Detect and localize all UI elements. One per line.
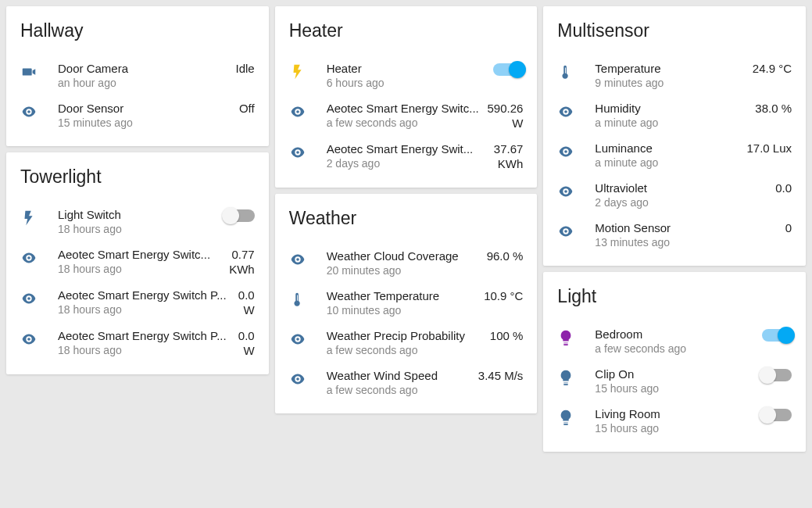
toggle-switch[interactable]	[493, 63, 523, 76]
eye-icon	[289, 103, 306, 120]
entity-row[interactable]: Clip On15 hours ago	[557, 361, 792, 401]
entity-name: Bedroom	[595, 327, 754, 341]
entity-value: 0.0	[775, 181, 792, 195]
entity-value: 0.0	[238, 288, 255, 302]
entity-row[interactable]: Door Sensor15 minutes agoOff	[20, 95, 255, 135]
entity-row[interactable]: Living Room15 hours ago	[557, 401, 792, 441]
entity-row[interactable]: Bedrooma few seconds ago	[557, 321, 792, 361]
eye-icon	[20, 249, 38, 267]
card-title: Light	[557, 286, 792, 307]
entity-row[interactable]: Ultraviolet2 days ago0.0	[557, 175, 792, 215]
eye-icon	[20, 103, 38, 120]
eye-icon	[557, 143, 574, 160]
entity-timestamp: 15 minutes ago	[58, 116, 231, 129]
lightbulb-icon	[557, 329, 574, 346]
card-weather: WeatherWeather Cloud Coverage20 minutes …	[275, 194, 538, 413]
entity-value: 37.67	[494, 142, 524, 156]
entity-name: Clip On	[595, 367, 754, 381]
flash-icon	[289, 63, 306, 80]
entity-name: Motion Sensor	[595, 221, 777, 234]
entity-name: Door Sensor	[58, 102, 231, 115]
card-title: Weather	[289, 208, 524, 229]
entity-timestamp: 10 minutes ago	[327, 304, 476, 317]
entity-row[interactable]: Luminancea minute ago17.0 Lux	[557, 135, 792, 175]
card-title: Towerlight	[20, 166, 255, 188]
entity-timestamp: 18 hours ago	[58, 263, 221, 275]
entity-timestamp: an hour ago	[58, 77, 227, 89]
toggle-switch[interactable]	[762, 329, 792, 342]
entity-name: Heater	[327, 62, 486, 75]
eye-icon	[289, 251, 306, 268]
entity-value: Off	[239, 102, 255, 115]
flash-icon	[20, 209, 38, 227]
toggle-switch[interactable]	[225, 209, 255, 222]
entity-name: Humidity	[595, 102, 747, 115]
entity-value: 3.45 M/s	[478, 369, 524, 382]
entity-unit: W	[487, 116, 523, 130]
entity-value: 0.77	[231, 248, 254, 261]
entity-row[interactable]: Humiditya minute ago38.0 %	[557, 95, 792, 135]
entity-value: 0.0	[238, 329, 255, 342]
entity-timestamp: a minute ago	[595, 156, 739, 169]
camera-icon	[20, 63, 38, 80]
entity-row[interactable]: Weather Wind Speeda few seconds ago3.45 …	[289, 363, 524, 402]
entity-unit: KWh	[494, 157, 524, 170]
entity-unit: KWh	[229, 263, 255, 276]
eye-icon	[557, 183, 574, 200]
card-title: Multisensor	[557, 20, 792, 41]
entity-value: 100 %	[490, 329, 524, 342]
entity-row[interactable]: Light Switch18 hours ago	[20, 202, 255, 241]
eye-icon	[289, 331, 306, 348]
entity-row[interactable]: Aeotec Smart Energy Switch P...18 hours …	[20, 282, 255, 323]
entity-row[interactable]: Temperature9 minutes ago24.9 °C	[557, 55, 792, 95]
entity-name: Temperature	[595, 62, 744, 75]
entity-name: Ultraviolet	[595, 181, 767, 195]
entity-row[interactable]: Heater6 hours ago	[289, 55, 524, 95]
entity-timestamp: 2 days ago	[327, 157, 486, 170]
thermometer-icon	[557, 63, 574, 80]
entity-unit: W	[238, 303, 255, 317]
entity-row[interactable]: Aeotec Smart Energy Switc...a few second…	[289, 95, 524, 136]
entity-row[interactable]: Motion Sensor13 minutes ago0	[557, 215, 792, 255]
eye-icon	[557, 103, 574, 120]
card-hallway: HallwayDoor Cameraan hour agoIdleDoor Se…	[6, 6, 269, 146]
entity-timestamp: 20 minutes ago	[327, 264, 479, 277]
lightbulb-icon	[557, 409, 574, 426]
entity-timestamp: 18 hours ago	[58, 303, 231, 316]
entity-row[interactable]: Weather Temperature10 minutes ago10.9 °C	[289, 283, 524, 323]
toggle-switch[interactable]	[762, 409, 792, 421]
entity-value: 38.0 %	[755, 102, 792, 115]
entity-timestamp: 18 hours ago	[58, 223, 217, 235]
entity-value: 10.9 °C	[484, 289, 523, 302]
eye-icon	[20, 331, 38, 348]
entity-value: Idle	[235, 62, 254, 75]
entity-timestamp: a few seconds ago	[595, 342, 754, 355]
entity-row[interactable]: Aeotec Smart Energy Swit...2 days ago37.…	[289, 136, 524, 177]
entity-timestamp: a minute ago	[595, 116, 747, 129]
entity-timestamp: 15 hours ago	[595, 422, 754, 435]
entity-name: Weather Precip Probability	[327, 329, 482, 342]
entity-timestamp: 15 hours ago	[595, 382, 754, 395]
entity-name: Weather Wind Speed	[327, 369, 470, 382]
entity-timestamp: 9 minutes ago	[595, 77, 744, 89]
toggle-switch[interactable]	[762, 369, 792, 381]
entity-value: 590.26	[487, 102, 523, 115]
entity-row[interactable]: Weather Cloud Coverage20 minutes ago96.0…	[289, 243, 524, 283]
entity-row[interactable]: Weather Precip Probabilitya few seconds …	[289, 323, 524, 363]
entity-value: 96.0 %	[487, 249, 524, 263]
entity-name: Weather Cloud Coverage	[327, 249, 479, 263]
eye-icon	[557, 223, 574, 240]
card-heater: HeaterHeater6 hours agoAeotec Smart Ener…	[275, 6, 538, 188]
entity-row[interactable]: Aeotec Smart Energy Switch P...18 hours …	[20, 323, 255, 363]
entity-row[interactable]: Door Cameraan hour agoIdle	[20, 55, 255, 95]
entity-row[interactable]: Aeotec Smart Energy Switc...18 hours ago…	[20, 241, 255, 282]
entity-name: Living Room	[595, 407, 754, 420]
card-towerlight: TowerlightLight Switch18 hours agoAeotec…	[6, 152, 269, 374]
entity-timestamp: a few seconds ago	[327, 116, 480, 129]
entity-unit: W	[238, 344, 255, 357]
entity-name: Aeotec Smart Energy Swit...	[327, 142, 486, 156]
entity-timestamp: 2 days ago	[595, 196, 767, 209]
entity-name: Weather Temperature	[327, 289, 476, 302]
card-light: LightBedrooma few seconds agoClip On15 h…	[543, 272, 806, 452]
entity-name: Light Switch	[58, 208, 217, 221]
